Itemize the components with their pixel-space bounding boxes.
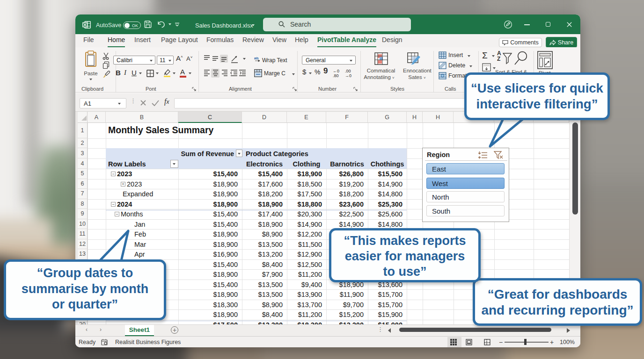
svg-text:ab: ab (254, 56, 258, 60)
